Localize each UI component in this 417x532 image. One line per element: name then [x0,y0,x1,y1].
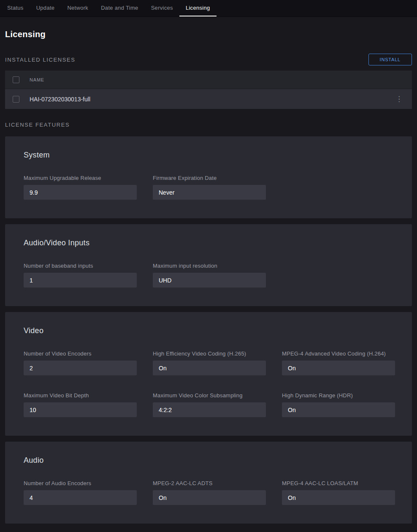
card-audio-video-inputs: Audio/Video Inputs Number of baseband in… [5,224,412,306]
field-maximum-input-resolution: Maximum input resolution UHD [153,263,266,288]
field-label: MPEG-4 Advanced Video Coding (H.264) [282,350,395,357]
fields-grid: Maximum Upgradable Release 9.9 Firmware … [24,175,393,200]
field-value-box: UHD [153,273,266,288]
field-value-box: 1 [24,273,137,288]
field-value: On [288,407,296,413]
field-value-box: On [282,361,395,375]
field-label: High Dynamic Range (HDR) [282,392,395,399]
field-mpeg4-avc-h264: MPEG-4 Advanced Video Coding (H.264) On [282,350,395,375]
fields-grid: Number of Audio Encoders 4 MPEG-2 AAC-LC… [24,480,393,505]
table-header-row: NAME [5,71,412,89]
field-hevc-h265: High Efficiency Video Coding (H.265) On [153,350,266,375]
fields-grid: Number of baseband inputs 1 Maximum inpu… [24,263,393,288]
field-value-box: 10 [24,402,137,417]
card-title: Audio [24,456,393,465]
license-name: HAI-072302030013-full [30,96,394,103]
field-value: On [288,365,296,372]
card-video: Video Number of Video Encoders 2 High Ef… [5,312,412,436]
select-all-checkbox[interactable] [13,76,19,83]
field-label: Maximum Video Bit Depth [24,392,137,399]
field-label: MPEG-2 AAC-LC ADTS [153,480,266,486]
field-value: 9.9 [30,189,38,196]
license-features-heading: LICENSE FEATURES [5,122,412,128]
field-value-box: 9.9 [24,185,137,200]
field-value: On [288,494,296,501]
field-maximum-video-bit-depth: Maximum Video Bit Depth 10 [24,392,137,417]
field-value-box: 4 [24,490,137,505]
installed-licenses-header-row: INSTALLED LICENSES INSTALL [5,54,412,65]
row-checkbox[interactable] [13,96,19,103]
table-row[interactable]: HAI-072302030013-full ⋮ [5,89,412,109]
card-title: Video [24,326,393,335]
field-value: 4 [30,494,33,501]
field-value: Never [159,189,174,196]
tab-status[interactable]: Status [1,0,30,16]
field-value: 1 [30,277,33,284]
field-number-of-video-encoders: Number of Video Encoders 2 [24,350,137,375]
tab-date-and-time[interactable]: Date and Time [95,0,144,16]
field-label: MPEG-4 AAC-LC LOAS/LATM [282,480,395,486]
field-value-box: On [282,490,395,505]
tab-services[interactable]: Services [145,0,179,16]
field-mpeg2-aac-lc-adts: MPEG-2 AAC-LC ADTS On [153,480,266,505]
field-value-box: 4:2:2 [153,402,266,417]
page-title: Licensing [5,30,412,39]
field-value-box: 2 [24,361,137,375]
field-label: Number of Video Encoders [24,350,137,357]
tab-update[interactable]: Update [30,0,61,16]
field-number-of-audio-encoders: Number of Audio Encoders 4 [24,480,137,505]
field-mpeg4-aac-lc-loas-latm: MPEG-4 AAC-LC LOAS/LATM On [282,480,395,505]
field-label: Maximum Upgradable Release [24,175,137,181]
licenses-table: NAME HAI-072302030013-full ⋮ [5,71,412,109]
install-button[interactable]: INSTALL [368,54,412,65]
name-column-header: NAME [30,77,44,82]
field-label: Maximum input resolution [153,263,266,269]
field-label: Maximum Video Color Subsampling [153,392,266,399]
field-value-box: On [153,361,266,375]
field-high-dynamic-range: High Dynamic Range (HDR) On [282,392,395,417]
field-label: Number of Audio Encoders [24,480,137,486]
card-title: Audio/Video Inputs [24,239,393,247]
field-maximum-upgradable-release: Maximum Upgradable Release 9.9 [24,175,137,200]
top-nav: Status Update Network Date and Time Serv… [0,0,417,17]
field-value-box: On [153,490,266,505]
field-value: 10 [30,407,36,413]
field-value-box: On [282,402,395,417]
field-value: UHD [159,277,171,284]
field-value: 4:2:2 [159,407,172,413]
card-system: System Maximum Upgradable Release 9.9 Fi… [5,136,412,218]
field-value: On [159,494,167,501]
field-value: 2 [30,365,33,372]
installed-licenses-heading: INSTALLED LICENSES [5,57,76,63]
field-label: Number of baseband inputs [24,263,137,269]
field-number-of-baseband-inputs: Number of baseband inputs 1 [24,263,137,288]
field-maximum-video-color-subsampling: Maximum Video Color Subsampling 4:2:2 [153,392,266,417]
field-label: High Efficiency Video Coding (H.265) [153,350,266,357]
field-firmware-expiration-date: Firmware Expiration Date Never [153,175,266,200]
field-value-box: Never [153,185,266,200]
fields-grid: Number of Video Encoders 2 High Efficien… [24,350,393,417]
tab-licensing[interactable]: Licensing [179,0,217,16]
field-label: Firmware Expiration Date [153,175,266,181]
main-content: Licensing INSTALLED LICENSES INSTALL NAM… [0,30,417,524]
card-audio: Audio Number of Audio Encoders 4 MPEG-2 … [5,442,412,524]
kebab-menu-icon[interactable]: ⋮ [394,95,404,103]
field-value: On [159,365,167,372]
tab-network[interactable]: Network [61,0,95,16]
card-title: System [24,151,393,160]
